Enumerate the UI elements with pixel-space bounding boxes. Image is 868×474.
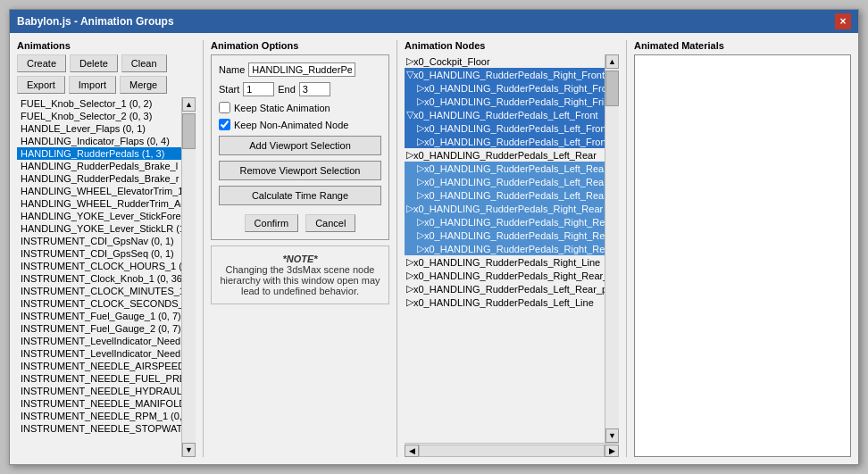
- list-item[interactable]: HANDLING_WHEEL_ElevatorTrim_1 (0, 36): [17, 185, 181, 197]
- h-scroll-left[interactable]: ◀: [405, 445, 419, 457]
- end-label: End: [278, 84, 296, 95]
- scroll-thumb[interactable]: [182, 113, 196, 149]
- scroll-up-button[interactable]: ▲: [182, 97, 196, 112]
- anim-materials-title: Animated Materials: [634, 40, 851, 51]
- list-item[interactable]: INSTRUMENT_NEEDLE_FUEL_PRESSURE_1 (0, 10…: [17, 372, 181, 385]
- tree-item[interactable]: ▷ x0_HANDLING_RudderPedals_Right_Rear_pa…: [405, 269, 605, 282]
- anim-nodes-title: Animation Nodes: [405, 40, 619, 51]
- tree-item[interactable]: ▽ x0_HANDLING_RudderPedals_Right_Front: [405, 68, 605, 81]
- tree-item[interactable]: ▷ x0_HANDLING_RudderPedals_Left_Rear_par…: [405, 282, 605, 295]
- list-item[interactable]: INSTRUMENT_Clock_Knob_1 (0, 36): [17, 272, 181, 285]
- tree-item-label: x0_HANDLING_RudderPedals_Right_Line: [413, 257, 600, 268]
- keep-static-checkbox[interactable]: [219, 102, 230, 113]
- tree-item[interactable]: ▷ x0_HANDLING_RudderPedals_Right_Rear_C.…: [405, 229, 605, 242]
- add-viewport-button[interactable]: Add Viewport Selection: [219, 136, 381, 155]
- tree-item[interactable]: ▷ x0_HANDLING_RudderPedals_Left_Rear: [405, 148, 605, 162]
- remove-viewport-button[interactable]: Remove Viewport Selection: [219, 161, 381, 180]
- list-item[interactable]: INSTRUMENT_LevelIndicator_Needle1_1 (0, …: [17, 335, 181, 347]
- start-end-field-row: Start End: [219, 82, 381, 96]
- tree-item-label: x0_HANDLING_RudderPedals_Left_Front...: [424, 137, 605, 147]
- list-item[interactable]: FUEL_Knob_Selector_1 (0, 2): [17, 97, 181, 110]
- tree-item[interactable]: ▷ x0_HANDLING_RudderPedals_Left_Rear_Ca.…: [405, 188, 605, 202]
- list-item[interactable]: HANDLING_YOKE_Lever_StickLR (1, 3): [17, 222, 181, 235]
- list-item[interactable]: HANDLING_RudderPedals_Brake_r (0, 1): [17, 172, 181, 185]
- end-input[interactable]: [299, 82, 330, 96]
- nodes-scroll-down[interactable]: ▼: [605, 428, 619, 443]
- nodes-scroll-up[interactable]: ▲: [605, 54, 619, 69]
- tree-item[interactable]: ▷ x0_Cockpit_Floor: [405, 54, 605, 68]
- import-button[interactable]: Import: [69, 76, 116, 94]
- tree-item[interactable]: ▷ x0_HANDLING_RudderPedals_Left_Front...: [405, 135, 605, 148]
- close-button[interactable]: ×: [835, 13, 851, 29]
- tree-item[interactable]: ▷ x0_HANDLING_RudderPedals_Right_Fri...: [405, 95, 605, 108]
- keep-non-animated-checkbox[interactable]: [219, 119, 230, 130]
- confirm-cancel-row: Confirm Cancel: [219, 214, 381, 232]
- tree-item[interactable]: ▷ x0_HANDLING_RudderPedals_Left_Rear_pa.…: [405, 162, 605, 175]
- calculate-time-button[interactable]: Calculate Time Range: [219, 186, 381, 205]
- tree-item-label: x0_HANDLING_RudderPedals_Left_Rear_part_…: [413, 284, 605, 295]
- list-item[interactable]: HANDLING_RudderPedals_Brake_l (0, 1): [17, 160, 181, 172]
- nodes-scroll-track: [605, 69, 619, 428]
- tree-item[interactable]: ▷ x0_HANDLING_RudderPedals_Right_Rear_C.…: [405, 242, 605, 255]
- expand-icon: ▷: [417, 243, 424, 254]
- anim-nodes-list-container: ▷ x0_Cockpit_Floor ▽ x0_HANDLING_RudderP…: [405, 54, 619, 443]
- nodes-scroll-thumb[interactable]: [605, 71, 619, 106]
- keep-non-animated-label[interactable]: Keep Non-Animated Node: [234, 120, 348, 130]
- expand-icon: ▷: [406, 55, 413, 67]
- list-item[interactable]: HANDLING_YOKE_Lever_StickForeAft (1, 3): [17, 210, 181, 222]
- list-item[interactable]: INSTRUMENT_CLOCK_SECONDS_1 (0, 12): [17, 297, 181, 310]
- tree-item[interactable]: ▷ x0_HANDLING_RudderPedals_Right_Rear: [405, 202, 605, 215]
- create-button[interactable]: Create: [17, 54, 66, 72]
- delete-button[interactable]: Delete: [70, 54, 118, 72]
- list-item[interactable]: INSTRUMENT_NEEDLE_AIRSPEED (0, 30): [17, 360, 181, 372]
- clean-button[interactable]: Clean: [121, 54, 167, 72]
- list-item-selected[interactable]: HANDLING_RudderPedals (1, 3): [17, 147, 181, 160]
- list-item[interactable]: INSTRUMENT_CDI_GpsNav (0, 1): [17, 235, 181, 247]
- animations-list[interactable]: FUEL_Knob_Selector_1 (0, 2) FUEL_Knob_Se…: [17, 97, 181, 457]
- list-item[interactable]: INSTRUMENT_CDI_GpsSeq (0, 1): [17, 247, 181, 260]
- list-item[interactable]: INSTRUMENT_NEEDLE_RPM_1 (0, 35): [17, 410, 181, 422]
- list-item[interactable]: HANDLE_Lever_Flaps (0, 1): [17, 122, 181, 135]
- divider-3: [626, 40, 627, 457]
- list-item[interactable]: INSTRUMENT_CLOCK_HOURS_1 (0, 12): [17, 260, 181, 272]
- tree-item[interactable]: ▷ x0_HANDLING_RudderPedals_Left_Line: [405, 295, 605, 309]
- anim-nodes-list[interactable]: ▷ x0_Cockpit_Floor ▽ x0_HANDLING_RudderP…: [405, 54, 605, 443]
- tree-item-label: x0_HANDLING_RudderPedals_Left_Rear_Ca...: [424, 190, 605, 201]
- h-scrollbar[interactable]: [419, 445, 605, 457]
- name-field-row: Name: [219, 62, 381, 77]
- list-item[interactable]: INSTRUMENT_NEEDLE_STOPWATCH_MINUTES_1_1 …: [17, 422, 181, 435]
- tree-item[interactable]: ▽ x0_HANDLING_RudderPedals_Left_Front: [405, 108, 605, 121]
- list-item[interactable]: HANDLING_Indicator_Flaps (0, 4): [17, 135, 181, 147]
- merge-button[interactable]: Merge: [120, 76, 167, 94]
- start-input[interactable]: [243, 82, 274, 96]
- tree-item[interactable]: ▷ x0_HANDLING_RudderPedals_Right_Fro...: [405, 81, 605, 95]
- tree-item-label: x0_HANDLING_RudderPedals_Right_Rear_p...: [424, 217, 605, 228]
- cancel-button[interactable]: Cancel: [305, 214, 355, 232]
- h-scroll-right[interactable]: ▶: [605, 445, 619, 457]
- tree-item[interactable]: ▷ x0_HANDLING_RudderPedals_Left_Front...: [405, 121, 605, 135]
- export-button[interactable]: Export: [17, 76, 65, 94]
- list-item[interactable]: INSTRUMENT_NEEDLE_MANIFOLDPRESSURE (0, 6…: [17, 397, 181, 410]
- list-item[interactable]: INSTRUMENT_Fuel_Gauge_1 (0, 7): [17, 310, 181, 322]
- list-item[interactable]: FUEL_Knob_Selector_2 (0, 3): [17, 110, 181, 122]
- tree-item[interactable]: ▷ x0_HANDLING_RudderPedals_Left_Rear_Ca.…: [405, 175, 605, 188]
- nodes-scrollbar[interactable]: ▲ ▼: [605, 54, 619, 443]
- tree-item-label: x0_HANDLING_RudderPedals_Left_Rear_Ca...: [424, 177, 605, 187]
- options-panel: Animation Options Name Start End Keep St…: [211, 40, 389, 457]
- tree-item[interactable]: ▷ x0_HANDLING_RudderPedals_Right_Line: [405, 255, 605, 269]
- keep-static-label[interactable]: Keep Static Animation: [234, 103, 330, 113]
- scroll-down-button[interactable]: ▼: [182, 443, 196, 457]
- expand-icon: ▷: [417, 216, 424, 228]
- expand-icon: ▷: [417, 82, 424, 94]
- animations-scrollbar[interactable]: ▲ ▼: [181, 97, 196, 457]
- list-item[interactable]: INSTRUMENT_LevelIndicator_Needle1_2 (0, …: [17, 347, 181, 360]
- tree-item[interactable]: ▷ x0_HANDLING_RudderPedals_Right_Rear_p.…: [405, 215, 605, 229]
- tree-item-label: x0_HANDLING_RudderPedals_Right_Rear_C...: [424, 230, 605, 241]
- name-input[interactable]: [248, 62, 355, 77]
- tree-item-label: x0_HANDLING_RudderPedals_Left_Front: [413, 110, 598, 121]
- list-item[interactable]: INSTRUMENT_NEEDLE_HYDRAULIC_PRESSURE_1 (…: [17, 385, 181, 397]
- list-item[interactable]: INSTRUMENT_CLOCK_MINUTES_1 (0, 12): [17, 285, 181, 297]
- confirm-button[interactable]: Confirm: [245, 214, 299, 232]
- list-item[interactable]: INSTRUMENT_Fuel_Gauge_2 (0, 7): [17, 322, 181, 335]
- list-item[interactable]: HANDLING_WHEEL_RudderTrim_Adjustement_1 …: [17, 197, 181, 210]
